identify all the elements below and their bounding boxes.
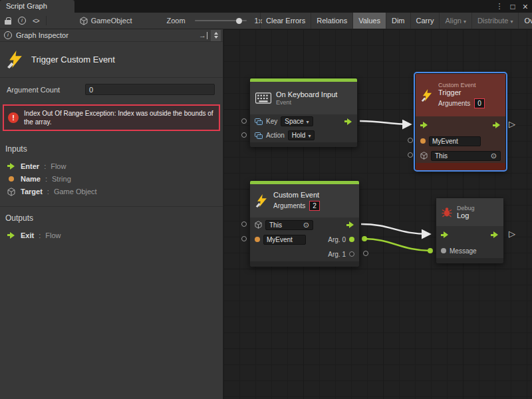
panel-scroll-buttons[interactable] [211,30,221,41]
error-message-box: ! Index Out Of Range Exception: Index wa… [3,104,220,131]
flow-out-port[interactable] [493,122,501,128]
node-category: Custom Event [438,82,485,88]
target-row: This [416,148,505,163]
dim-button[interactable]: Dim [386,13,410,29]
relations-button[interactable]: Relations [311,13,352,29]
arg0-out-port[interactable] [349,237,354,242]
flow-wire-customevent-to-debuglog[interactable] [361,224,429,234]
flow-out-port[interactable] [346,221,354,228]
object-picker-icon[interactable] [491,152,497,160]
zoom-slider-knob[interactable] [236,18,242,24]
output-port-row-exit: Exit : Flow [0,229,223,241]
event-name-input[interactable] [429,136,481,146]
arg0-label: Arg. 0 [328,236,346,243]
graph-inspector-panel: Graph Inspector Trigger Custom Event Arg… [0,29,223,399]
arguments-count-badge[interactable]: 2 [309,201,320,211]
inspector-info-icon [4,31,12,39]
gameobject-reference[interactable]: GameObject [80,17,132,25]
arguments-count-badge[interactable]: 0 [474,98,485,108]
argument-count-label: Argument Count [7,86,81,94]
custom-event-trigger-icon [7,51,25,68]
argument-count-input[interactable] [85,84,215,95]
flow-out-port[interactable] [344,118,352,125]
keyboard-icon [255,92,271,104]
custom-event-icon [255,194,269,207]
window-menu-icon[interactable] [496,2,503,11]
port-customevent-arg1[interactable] [363,251,368,256]
divider [0,206,223,207]
dock-panel-icon[interactable] [199,32,207,39]
tab-title: Script Graph [6,2,47,10]
string-port-icon[interactable] [255,237,260,242]
port-trigger-name[interactable] [408,138,413,143]
code-icon[interactable] [33,17,39,25]
graph-canvas[interactable]: On Keyboard Input Event Key Space Action… [223,29,532,399]
info-icon[interactable] [18,17,26,25]
value-wire-arg0-to-message[interactable] [364,239,430,251]
values-button[interactable]: Values [352,13,386,29]
custom-event-icon [421,89,434,102]
node-on-keyboard-input[interactable]: On Keyboard Input Event Key Space Action… [249,78,358,146]
node-custom-event[interactable]: Custom Event Arguments 2 This [249,180,360,266]
event-name-row [416,134,505,148]
flow-port-icon [7,232,15,239]
message-in-port[interactable] [441,248,446,253]
flow-wire-keyboard-to-trigger[interactable] [360,121,410,124]
zoom-slider[interactable] [195,20,247,21]
input-port-row-enter: Enter : Flow [0,160,223,172]
node-title: Trigger [438,88,485,96]
distribute-dropdown-button[interactable]: Distribute [471,13,518,29]
string-port-icon [9,176,14,182]
unit-title-block: Trigger Custom Event [0,42,223,77]
node-footer [436,258,503,263]
tab-bar: Script Graph [0,0,532,13]
string-port-icon[interactable] [420,138,426,144]
scroll-up-icon[interactable] [214,32,218,35]
port-keyboard-action[interactable] [241,132,247,138]
arg1-label: Arg. 1 [328,251,346,258]
node-header: On Keyboard Input Event [250,82,357,114]
port-customevent-name[interactable] [241,236,247,241]
gameobject-cube-icon [80,17,88,25]
value-wire-end-dot[interactable] [428,248,433,253]
close-icon[interactable] [523,1,528,12]
lock-icon[interactable] [5,20,11,25]
scroll-down-icon[interactable] [214,36,218,39]
node-debug-log[interactable]: Debug Log Message [436,198,504,263]
overview-button[interactable]: Overv [518,13,532,29]
action-dropdown[interactable]: Hold [288,130,315,140]
port-trigger-target[interactable] [408,152,413,158]
arguments-label: Arguments [273,202,305,209]
target-dropdown[interactable]: This [431,151,501,161]
target-dropdown[interactable]: This [265,220,313,230]
node-trigger-custom-event[interactable]: Custom Event Trigger Arguments 0 [415,73,506,170]
target-row: This [250,217,359,232]
node-category: Debug [457,205,475,211]
gameobject-port-icon[interactable] [420,152,428,160]
port-customevent-target[interactable] [241,221,247,227]
flow-continuation-icon [509,120,515,128]
key-dropdown[interactable]: Space [281,116,313,126]
arg1-out-port[interactable] [349,251,354,257]
arguments-label: Arguments [438,100,470,107]
toolbar-buttons: Clear Errors Relations Values Dim Carry … [260,13,532,29]
flow-in-port[interactable] [441,231,449,238]
flow-in-port[interactable] [420,122,428,128]
object-picker-icon[interactable] [303,221,309,229]
chevron-down-icon [308,132,311,139]
clear-errors-button[interactable]: Clear Errors [260,13,311,29]
port-keyboard-key[interactable] [241,118,247,124]
argument-count-row: Argument Count [0,78,223,101]
align-dropdown-button[interactable]: Align [439,13,471,29]
carry-button[interactable]: Carry [410,13,440,29]
node-footer [250,261,359,267]
event-name-input[interactable] [263,235,306,245]
message-row: Message [436,243,503,258]
graph-toolbar: GameObject Zoom 1x Clear Errors Relation… [0,13,532,29]
value-wire-start-dot[interactable] [362,236,367,241]
tab-script-graph[interactable]: Script Graph [0,0,74,13]
flow-out-port[interactable] [491,231,499,238]
gameobject-port-icon[interactable] [255,221,262,229]
event-name-row: Arg. 0 [250,232,359,247]
maximize-icon[interactable] [511,2,515,11]
